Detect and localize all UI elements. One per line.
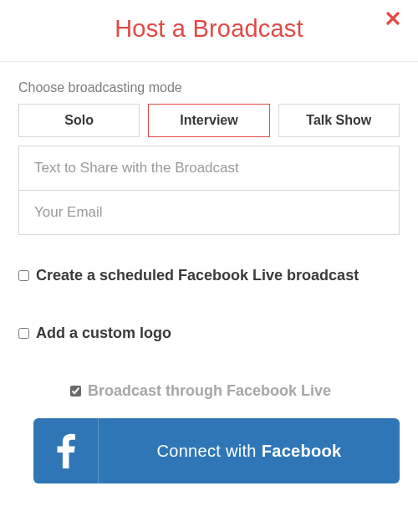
mode-section-label: Choose broadcasting mode	[18, 80, 400, 95]
close-icon	[386, 12, 400, 25]
through-checkbox[interactable]	[70, 386, 81, 396]
mode-solo-button[interactable]: Solo	[18, 104, 140, 137]
through-checkbox-row: Broadcast through Facebook Live	[70, 382, 400, 400]
share-text-input[interactable]	[18, 146, 400, 191]
logo-checkbox-label[interactable]: Add a custom logo	[36, 325, 171, 342]
facebook-icon-wrap	[33, 418, 99, 483]
logo-checkbox-row: Add a custom logo	[18, 325, 400, 342]
email-input[interactable]	[18, 191, 400, 235]
through-checkbox-label[interactable]: Broadcast through Facebook Live	[88, 382, 331, 400]
logo-checkbox[interactable]	[18, 328, 29, 339]
scheduled-checkbox-row: Create a scheduled Facebook Live broadca…	[18, 267, 400, 284]
page-title: Host a Broadcast	[17, 15, 401, 43]
scheduled-checkbox[interactable]	[18, 270, 29, 281]
mode-talkshow-button[interactable]: Talk Show	[278, 104, 400, 137]
connect-facebook-label: Connect with Facebook	[99, 418, 400, 483]
connect-brand: Facebook	[262, 442, 342, 461]
facebook-icon	[56, 433, 76, 468]
close-button[interactable]	[386, 12, 400, 25]
connect-facebook-button[interactable]: Connect with Facebook	[33, 418, 400, 483]
mode-interview-button[interactable]: Interview	[148, 104, 269, 137]
mode-selector: Solo Interview Talk Show	[18, 104, 400, 137]
connect-prefix: Connect with	[157, 442, 257, 461]
scheduled-checkbox-label[interactable]: Create a scheduled Facebook Live broadca…	[36, 267, 359, 284]
